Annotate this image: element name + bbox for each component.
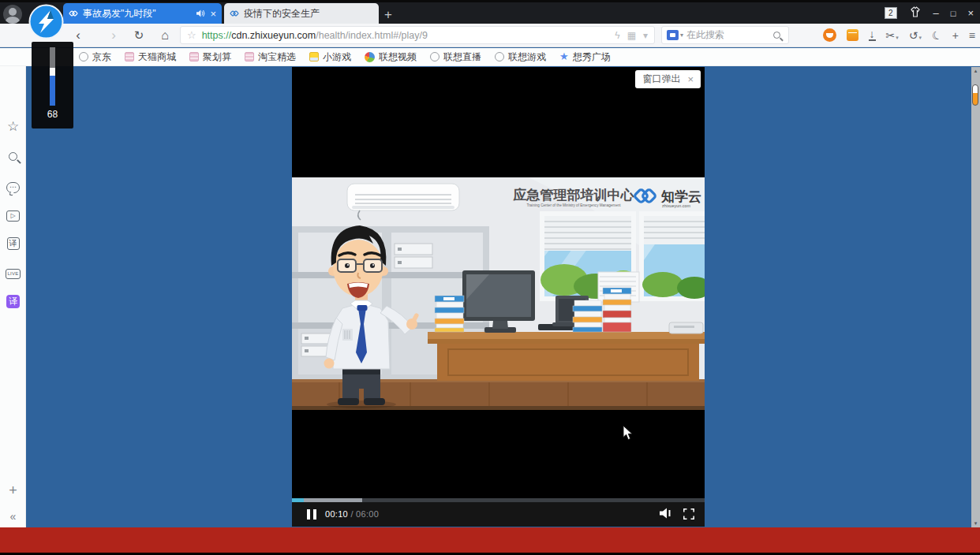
footer-red-bar: [0, 527, 980, 553]
close-window-button[interactable]: ×: [967, 7, 974, 19]
video-frame: 应急管理部培训中心 Training Center of the Ministr…: [292, 177, 705, 410]
duration: 06:00: [356, 509, 379, 519]
minigame-icon: [309, 52, 319, 61]
volume-slider-fill: [50, 76, 55, 106]
bookmark-minigame[interactable]: 小游戏: [309, 50, 351, 64]
toolbar-actions: ↓ ✂▾ ↺▾ ☾ + ≡: [823, 24, 975, 47]
bookmark-xiangxiu[interactable]: ★想秀广场: [559, 50, 611, 64]
shopping-icon[interactable]: [847, 29, 858, 41]
add-tool-icon[interactable]: +: [952, 29, 959, 42]
user-avatar[interactable]: [3, 5, 22, 24]
volume-slider-thumb[interactable]: [50, 68, 55, 76]
history-undo-tool[interactable]: ↺▾: [909, 29, 922, 42]
address-bar[interactable]: ☆ https://cdn.zhixueyun.com/health/index…: [180, 26, 655, 44]
bookmark-star-icon[interactable]: ☆: [187, 29, 196, 41]
live-icon[interactable]: LIVE: [0, 264, 26, 279]
bookmark-juhuasuan[interactable]: 聚划算: [189, 50, 231, 64]
scrollbar-thumb[interactable]: [972, 84, 978, 106]
pause-button[interactable]: [307, 509, 316, 520]
menu-icon[interactable]: ≡: [969, 29, 975, 42]
bookmark-label: 想秀广场: [573, 50, 611, 64]
bookmark-jd[interactable]: 京东: [79, 50, 111, 64]
minimize-button[interactable]: –: [933, 7, 939, 19]
tab-audio-icon[interactable]: [196, 9, 205, 17]
translate-colored-glyph: 译: [6, 295, 20, 308]
url-host: cdn.zhixueyun.com: [231, 30, 316, 41]
chat-icon[interactable]: ⋯: [0, 178, 26, 193]
bookmarks-bar: 京东 天猫商城 聚划算 淘宝精选 小游戏 联想视频 联想直播 联想游戏 ★想秀广…: [0, 48, 980, 66]
sidebar-collapse-button[interactable]: «: [0, 510, 26, 523]
caret-down-icon: ▾: [919, 34, 922, 42]
volume-button[interactable]: [660, 508, 673, 522]
new-tab-button[interactable]: +: [384, 7, 392, 23]
search-icon[interactable]: [773, 32, 780, 39]
download-icon[interactable]: ↓: [869, 29, 876, 41]
scissors-icon: ✂: [886, 29, 896, 42]
juhuasuan-icon: [189, 52, 199, 61]
office-desk: [428, 332, 705, 381]
skin-icon[interactable]: [909, 6, 922, 20]
popup-label: 窗口弹出: [642, 73, 680, 86]
taobao-icon: [245, 52, 254, 61]
scene-branding: 应急管理部培训中心 Training Center of the Ministr…: [513, 187, 702, 208]
maximize-button[interactable]: □: [951, 9, 956, 18]
brand-name: 知学云: [660, 189, 701, 204]
addressbar-dropdown-icon[interactable]: ▾: [643, 30, 648, 41]
search-box[interactable]: ▾ 在此搜索: [661, 26, 789, 44]
tab-close-icon[interactable]: ×: [210, 8, 216, 20]
zhixueyun-favicon: [230, 9, 239, 18]
qr-code-icon[interactable]: ▦: [627, 30, 636, 41]
popup-close-icon[interactable]: ×: [687, 73, 694, 85]
search-input[interactable]: 在此搜索: [686, 28, 773, 42]
current-time: 00:10: [325, 509, 348, 519]
home-button[interactable]: ⌂: [156, 24, 174, 47]
book-stack-left: [435, 296, 464, 332]
popup-window-button[interactable]: 窗口弹出 ×: [635, 70, 701, 88]
sidebar-add-button[interactable]: +: [0, 482, 26, 499]
bookmark-tmall[interactable]: 天猫商城: [125, 50, 176, 64]
undo-icon: ↺: [909, 29, 918, 42]
bookmark-taobao[interactable]: 淘宝精选: [245, 50, 296, 64]
game-center-icon[interactable]: [823, 28, 836, 42]
video-panel-icon[interactable]: ▷: [0, 207, 26, 222]
translate-active-icon[interactable]: 译: [0, 293, 26, 308]
tmall-icon: [125, 52, 134, 61]
magnifier-icon: [9, 152, 17, 161]
live-glyph: LIVE: [6, 269, 21, 279]
bookmark-lenovo-live[interactable]: 联想直播: [430, 50, 481, 64]
search-engine-dropdown-icon[interactable]: ▾: [680, 32, 683, 39]
page-scrollbar[interactable]: ▴ ▾: [971, 67, 980, 527]
restore-count-badge[interactable]: 2: [885, 7, 897, 19]
avatar-body-icon: [6, 17, 20, 24]
url-scheme: https://: [202, 30, 232, 41]
circle-icon: [79, 52, 88, 61]
bookmark-label: 小游戏: [323, 50, 351, 64]
search-sidebar-icon[interactable]: [0, 150, 26, 164]
scroll-up-icon[interactable]: ▴: [971, 67, 980, 75]
volume-osd: 68: [32, 42, 73, 129]
refresh-button[interactable]: ↻: [130, 24, 148, 47]
bookmark-label: 联想视频: [379, 50, 417, 64]
scroll-down-icon[interactable]: ▾: [971, 520, 980, 527]
volume-slider[interactable]: [50, 47, 55, 106]
translate-icon[interactable]: 译: [0, 235, 26, 250]
bookmark-label: 淘宝精选: [258, 50, 296, 64]
bookmark-lenovo-games[interactable]: 联想游戏: [495, 50, 546, 64]
favorites-star-icon[interactable]: ☆: [0, 118, 26, 135]
video-player[interactable]: 窗口弹出 ×: [292, 67, 705, 527]
tab-accident-periods[interactable]: 事故易发"九时段" ×: [63, 3, 222, 24]
bookmark-lenovo-video[interactable]: 联想视频: [365, 50, 417, 64]
flash-icon[interactable]: ϟ: [615, 30, 619, 41]
night-mode-icon[interactable]: ☾: [930, 28, 944, 43]
star-icon: ★: [559, 52, 569, 61]
search-engine-icon[interactable]: [667, 30, 679, 40]
forward-button[interactable]: ›: [105, 24, 122, 47]
avatar-head-icon: [9, 8, 17, 16]
volume-slider-handle[interactable]: [50, 47, 55, 68]
tab-safety-production[interactable]: 疫情下的安全生产: [224, 3, 379, 24]
browser-logo[interactable]: [28, 4, 64, 39]
screenshot-tool[interactable]: ✂▾: [886, 29, 899, 42]
bookmark-label: 联想直播: [443, 50, 481, 64]
fullscreen-button[interactable]: [683, 508, 694, 523]
player-controls: 00:10 / 06:00: [292, 502, 705, 527]
